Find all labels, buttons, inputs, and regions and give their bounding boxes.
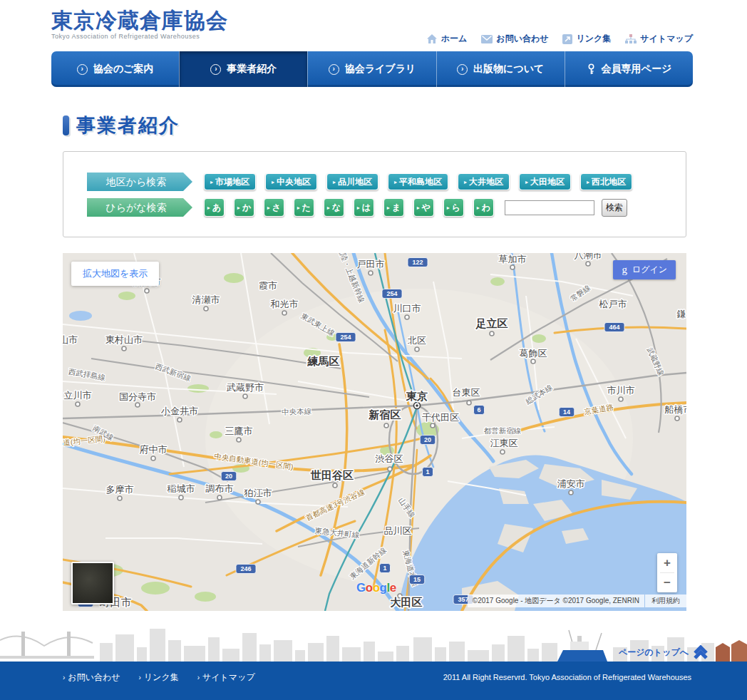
district-button[interactable]: ▸平和島地区 [388,173,448,190]
route-shield-number: 246 [240,565,251,572]
map-label: 狛江市 [244,488,272,498]
district-button[interactable]: ▸大田地区 [519,173,571,190]
hiragana-button[interactable]: ▸ら [443,198,464,217]
utility-nav-links[interactable]: リンク集 [562,33,611,45]
hiragana-button[interactable]: ▸な [324,198,344,217]
page: 東京冷蔵倉庫協会 Tokyo Association of Refrigerat… [0,0,747,700]
map-label: 武蔵野市 [226,382,264,393]
google-g-icon: g [622,264,627,275]
footer-link[interactable]: ›サイトマップ [197,671,255,684]
map-place-dot [256,500,260,504]
nav-item-label: 協会のご案内 [93,63,154,76]
map-label: 山市 [63,334,78,345]
title-marker-bar [63,115,69,135]
hiragana-button[interactable]: ▸は [354,198,374,217]
footer-link[interactable]: ›リンク集 [138,671,178,684]
utility-nav-label: お問い合わせ [496,33,548,45]
hiragana-button[interactable]: ▸ま [383,198,404,217]
route-shield-number: 122 [412,259,423,266]
footer-link[interactable]: ›お問い合わせ [63,671,120,684]
nav-item-library[interactable]: ›協会ライブラリ [307,51,436,87]
button-label: わ [482,202,490,214]
expand-map-button[interactable]: 拡大地図を表示 [71,262,159,286]
terms-link[interactable]: 利用規約 [645,595,686,607]
map-zoom-control: + − [657,553,677,592]
district-button[interactable]: ▸西北地区 [580,173,632,190]
map-label: 川口市 [393,303,421,314]
google-login-button[interactable]: g ログイン [613,260,676,279]
map-label: 戸田市 [357,259,385,269]
map-place-dot [151,456,155,460]
map-place-dot [333,483,337,488]
utility-nav-contact[interactable]: お問い合わせ [481,33,548,45]
triangle-icon: ▸ [447,205,450,211]
district-button[interactable]: ▸大井地区 [458,173,510,190]
nav-item-about[interactable]: ›協会のご案内 [51,51,179,87]
utility-nav-home[interactable]: ホーム [426,33,468,45]
map-place-dot [282,311,287,315]
map-place-dot [384,423,388,428]
map-label: 小金井市 [160,406,198,416]
google-map[interactable]: 中央自動車道(均一区間)道(均一区間)京葉道路首都高速3号渋谷線東武東上線西武新… [63,253,686,611]
hiragana-button[interactable]: ▸か [234,198,254,217]
triangle-icon: ▸ [210,179,213,185]
button-label: 中央地区 [277,176,311,188]
button-label: あ [212,202,221,214]
map-place-dot [237,438,241,442]
button-label: 西北地区 [592,176,626,188]
utility-nav: ホームお問い合わせリンク集サイトマップ [426,33,693,45]
route-shield-number: 254 [386,290,397,297]
hiragana-button[interactable]: ▸た [294,198,314,217]
zoom-out-button[interactable]: − [657,573,677,592]
route-shield-number: 1 [383,565,386,572]
button-label: 品川地区 [338,176,372,188]
hiragana-button[interactable]: ▸わ [473,198,494,217]
nav-item-publications[interactable]: ›出版物について [436,51,565,87]
nav-item-label: 事業者紹介 [227,63,277,76]
footer-link-label: リンク集 [144,671,179,684]
button-label: ま [392,202,401,214]
district-button[interactable]: ▸中央地区 [265,173,317,190]
main-nav: ›協会のご案内›事業者紹介›協会ライブラリ›出版物について会員専用ページ [51,51,693,87]
district-button[interactable]: ▸市場地区 [204,173,256,190]
map-attribution: ©2017 Google - 地図データ ©2017 Google, ZENRI… [468,595,686,607]
back-to-top-label: ページのトップへ [619,647,689,659]
map-label: 八潮市 [575,253,602,260]
site-logo[interactable]: 東京冷蔵倉庫協会 Tokyo Association of Refrigerat… [51,9,228,40]
map-label: 稲城市 [168,483,195,494]
hiragana-button[interactable]: ▸あ [204,198,225,217]
keyword-input[interactable] [505,200,594,215]
search-submit-button[interactable]: 検索 [602,199,627,217]
utility-nav-label: ホーム [441,33,468,45]
nav-item-operators[interactable]: ›事業者紹介 [179,51,307,87]
back-to-top-link[interactable]: ページのトップへ [619,645,709,659]
hiragana-button[interactable]: ▸さ [264,198,284,217]
map-label: 葛飾区 [520,348,547,359]
map-label: 台東区 [453,387,480,398]
map-place-dot [76,402,80,406]
route-shield-number: 20 [424,436,431,443]
map-label: 霞市 [259,280,277,291]
button-label: や [422,202,431,214]
utility-nav-sitemap[interactable]: サイトマップ [625,33,693,45]
district-button[interactable]: ▸品川地区 [326,173,378,190]
hiragana-search-label: ひらがな検索 [87,198,192,217]
map-label: 草加市 [499,254,527,264]
button-label: た [302,202,311,214]
map-place-dot [243,394,247,398]
hiragana-button[interactable]: ▸や [413,198,434,217]
map-canvas[interactable]: 中央自動車道(均一区間)道(均一区間)京葉道路首都高速3号渋谷線東武東上線西武新… [63,253,686,611]
button-label: さ [272,202,281,214]
google-logo-letter: o [366,581,373,595]
zoom-in-button[interactable]: + [657,553,677,572]
triangle-icon: ▸ [207,205,210,211]
triangle-icon: ▸ [267,205,270,211]
google-logo-letter: g [380,581,387,595]
map-place-dot [619,397,623,401]
satellite-view-thumbnail[interactable] [71,562,114,604]
map-place-dot [122,346,126,351]
nav-item-members[interactable]: 会員専用ページ [565,51,693,87]
map-label: 千代田区 [422,412,459,423]
ship-illustration [557,630,607,662]
google-logo[interactable]: Google [356,581,396,595]
